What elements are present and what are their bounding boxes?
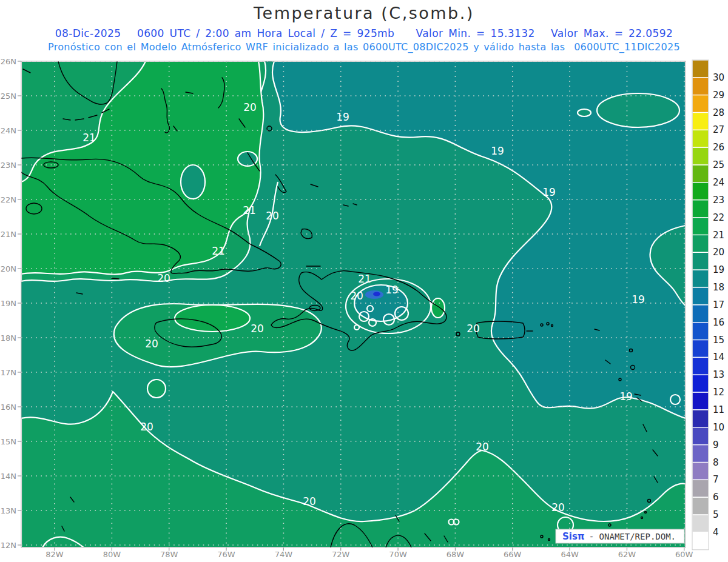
colorbar-segment <box>692 270 709 287</box>
colorbar-label: 29 <box>713 90 724 101</box>
watermark-text: Sisπ- ONAMET/REP.DOM. <box>562 531 676 542</box>
contour-label: 21 <box>83 132 96 144</box>
lon-label: 74W <box>275 550 293 559</box>
contour-label: 20 <box>476 441 489 453</box>
colorbar-segment <box>692 392 709 410</box>
colorbar-segment <box>692 532 709 550</box>
lat-label: 15N <box>1 437 16 446</box>
lat-label: 18N <box>1 333 16 343</box>
lon-label: 82W <box>46 550 64 559</box>
contour-label: 20 <box>467 323 480 335</box>
colorbar-segment <box>692 95 709 113</box>
contour-label: 19 <box>542 186 556 198</box>
colorbar-segment <box>692 287 709 305</box>
lon-label: 80W <box>103 550 121 559</box>
temp-pocket-east-hispaniola <box>431 298 445 318</box>
colorbar-segment <box>692 480 709 497</box>
colorbar-label: 18 <box>713 282 724 293</box>
lat-label: 26N <box>1 57 16 66</box>
colorbar-segment <box>692 445 709 463</box>
weather-map-page: Temperatura (C,somb.) 08-Dic-2025 0600 U… <box>0 0 728 562</box>
contour-label: 20 <box>303 495 316 507</box>
colorbar-label: 10 <box>713 422 724 433</box>
colorbar-segment <box>692 235 709 253</box>
contour-label: 20 <box>251 323 264 335</box>
colorbar-segment <box>692 200 709 218</box>
forecast-map-canvas: 2019211919212021202119201920202019202020… <box>0 0 728 562</box>
lon-label: 68W <box>447 550 465 559</box>
contour-label: 20 <box>350 290 363 302</box>
colorbar-label: 24 <box>713 177 724 188</box>
colorbar-label: 22 <box>713 212 724 223</box>
lat-label: 24N <box>1 126 16 135</box>
contour-label: 19 <box>385 284 399 296</box>
contour-label: 19 <box>619 390 633 403</box>
lat-label: 16N <box>1 403 16 412</box>
colorbar-label: 14 <box>713 352 724 363</box>
contour-label: 20 <box>140 421 153 433</box>
colorbar-segment <box>692 357 709 375</box>
lon-label: 72W <box>332 550 350 559</box>
colorbar-label: 5 <box>713 509 719 520</box>
lon-label: 62W <box>618 550 636 559</box>
watermark: Sisπ- ONAMET/REP.DOM. <box>556 529 684 543</box>
colorbar-label: 15 <box>713 335 724 346</box>
lat-label: 13N <box>1 506 16 515</box>
temp-pocket-bahamas <box>181 165 205 199</box>
contour-label: 19 <box>491 145 504 157</box>
contour-label: 19 <box>632 293 645 306</box>
contour-label: 20 <box>266 210 279 222</box>
lon-label: 64W <box>561 550 579 559</box>
lat-label: 17N <box>1 368 16 377</box>
colorbar-segment <box>692 78 709 95</box>
contour-label: 20 <box>551 501 565 513</box>
watermark-brand: Sisπ <box>562 531 585 542</box>
colorbar-label: 25 <box>713 159 724 170</box>
colorbar-label: 27 <box>713 124 724 135</box>
contour-label: 20 <box>157 272 170 284</box>
colorbar-segment <box>692 323 709 340</box>
colorbar-segment <box>692 410 709 427</box>
contour-label: 21 <box>212 245 225 257</box>
colorbar-segment <box>692 60 709 78</box>
lon-label: 70W <box>389 550 407 559</box>
lat-label: 12N <box>1 541 16 550</box>
lat-label: 20N <box>1 264 16 273</box>
lat-label: 23N <box>1 161 16 170</box>
colorbar-label: 21 <box>713 230 724 241</box>
colorbar-segment <box>692 252 709 270</box>
temp-pocket-ne <box>597 93 679 127</box>
colorbar-segment <box>692 113 709 130</box>
colorbar-segment <box>692 375 709 392</box>
temp-pocket-ne-small <box>578 109 591 116</box>
contour-label: 21 <box>243 204 256 216</box>
contour-label: 19 <box>336 111 349 123</box>
contour-label: 20 <box>145 338 158 350</box>
colorbar-segment <box>692 305 709 323</box>
colorbar-label: 30 <box>713 72 724 83</box>
lon-label: 78W <box>160 550 178 559</box>
contour-label: 21 <box>358 273 371 285</box>
colorbar-label: 12 <box>713 387 724 398</box>
colorbar-label: 20 <box>713 247 724 258</box>
lat-label: 25N <box>1 92 16 101</box>
colorbar-label: 28 <box>713 107 724 118</box>
colorbar-segment <box>692 515 709 532</box>
colorbar-segment <box>692 340 709 358</box>
lat-label: 22N <box>1 195 16 204</box>
colorbar-segment <box>692 147 709 165</box>
lat-label: 19N <box>1 299 16 308</box>
colorbar-label: 23 <box>713 195 724 206</box>
colorbar-segment <box>692 463 709 480</box>
lat-label: 21N <box>1 230 16 239</box>
colorbar-label: 4 <box>713 527 719 538</box>
lon-label: 76W <box>217 550 235 559</box>
colorbar-segment <box>692 130 709 147</box>
colorbar-segment <box>692 427 709 445</box>
colorbar-segment <box>692 497 709 515</box>
watermark-suffix: - ONAMET/REP.DOM. <box>589 532 676 541</box>
temp-pocket-sw-caribbean <box>147 380 166 398</box>
colorbar-label: 8 <box>713 457 719 468</box>
colorbar-label: 13 <box>713 369 724 380</box>
colorbar-label: 19 <box>713 264 724 275</box>
